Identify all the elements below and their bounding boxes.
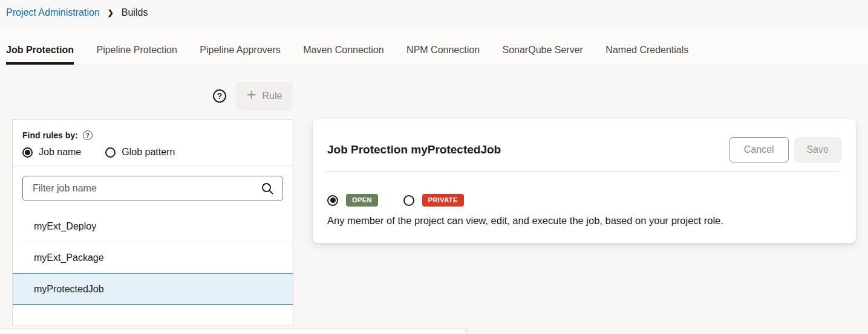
- radio-selected-icon: [22, 147, 33, 158]
- rules-filter-panel: Find rules by: ? Job name Glob pattern: [12, 119, 293, 326]
- rules-toolbar: ? + Rule: [213, 82, 868, 111]
- tab-bar: Job Protection Pipeline Protection Pipel…: [0, 25, 868, 65]
- filter-search-box: [22, 176, 283, 201]
- find-rules-label-row: Find rules by: ?: [22, 130, 283, 140]
- breadcrumb-current-builds: Builds: [122, 7, 148, 18]
- list-item-myext-deploy[interactable]: myExt_Deploy: [13, 211, 293, 242]
- add-rule-button[interactable]: + Rule: [236, 82, 293, 111]
- tab-pipeline-protection[interactable]: Pipeline Protection: [96, 45, 177, 65]
- radio-selected-icon: [327, 195, 338, 206]
- detail-actions: Cancel Save: [729, 137, 841, 162]
- plus-icon: +: [247, 87, 256, 103]
- job-list: myExt_Deploy myExt_Package myProtectedJo…: [13, 211, 293, 305]
- filter-job-name-input[interactable]: [23, 176, 261, 201]
- cancel-button[interactable]: Cancel: [729, 137, 789, 162]
- access-radio-group: OPEN PRIVATE: [327, 194, 841, 207]
- radio-unselected-icon: [105, 147, 116, 158]
- status-badge-private: PRIVATE: [422, 194, 464, 207]
- tab-maven-connection[interactable]: Maven Connection: [303, 45, 383, 65]
- status-badge-open: OPEN: [346, 194, 378, 207]
- tab-named-credentials[interactable]: Named Credentials: [605, 45, 688, 65]
- radio-glob-pattern-label: Glob pattern: [122, 147, 175, 158]
- radio-job-name[interactable]: Job name: [22, 147, 81, 158]
- detail-header: Job Protection myProtectedJob Cancel Sav…: [327, 137, 841, 162]
- access-description: Any member of the project can view, edit…: [327, 215, 841, 226]
- list-item-myext-package[interactable]: myExt_Package: [13, 242, 293, 273]
- page-title: Job Protection myProtectedJob: [327, 143, 501, 156]
- tab-npm-connection[interactable]: NPM Connection: [406, 45, 480, 65]
- radio-glob-pattern[interactable]: Glob pattern: [105, 147, 175, 158]
- job-protection-detail-card: Job Protection myProtectedJob Cancel Sav…: [313, 119, 856, 243]
- help-icon[interactable]: ?: [213, 89, 226, 103]
- divider: [13, 165, 293, 166]
- tab-pipeline-approvers[interactable]: Pipeline Approvers: [200, 45, 280, 65]
- find-by-radio-group: Job name Glob pattern: [22, 147, 283, 165]
- breadcrumb-link-project-administration[interactable]: Project Administration: [6, 7, 100, 18]
- find-rules-label: Find rules by:: [22, 130, 78, 140]
- main-content: Find rules by: ? Job name Glob pattern: [0, 111, 868, 326]
- list-item-myprotectedjob-selected[interactable]: myProtectedJob: [13, 273, 293, 305]
- horizontal-scrollbar-track[interactable]: [0, 329, 467, 334]
- tab-job-protection[interactable]: Job Protection: [6, 45, 74, 65]
- chevron-right-icon: ❯: [108, 8, 114, 17]
- filter-head: Find rules by: ? Job name Glob pattern: [13, 120, 293, 165]
- radio-job-name-label: Job name: [39, 147, 81, 158]
- save-button[interactable]: Save: [794, 137, 841, 162]
- add-rule-button-label: Rule: [262, 91, 282, 101]
- tab-sonarqube-server[interactable]: SonarQube Server: [503, 45, 583, 65]
- divider: [327, 171, 841, 172]
- breadcrumb: Project Administration ❯ Builds: [0, 0, 868, 25]
- search-icon[interactable]: [261, 182, 274, 195]
- help-icon[interactable]: ?: [83, 130, 93, 140]
- radio-unselected-icon: [403, 195, 414, 206]
- radio-private[interactable]: PRIVATE: [403, 194, 464, 207]
- radio-open[interactable]: OPEN: [327, 194, 378, 207]
